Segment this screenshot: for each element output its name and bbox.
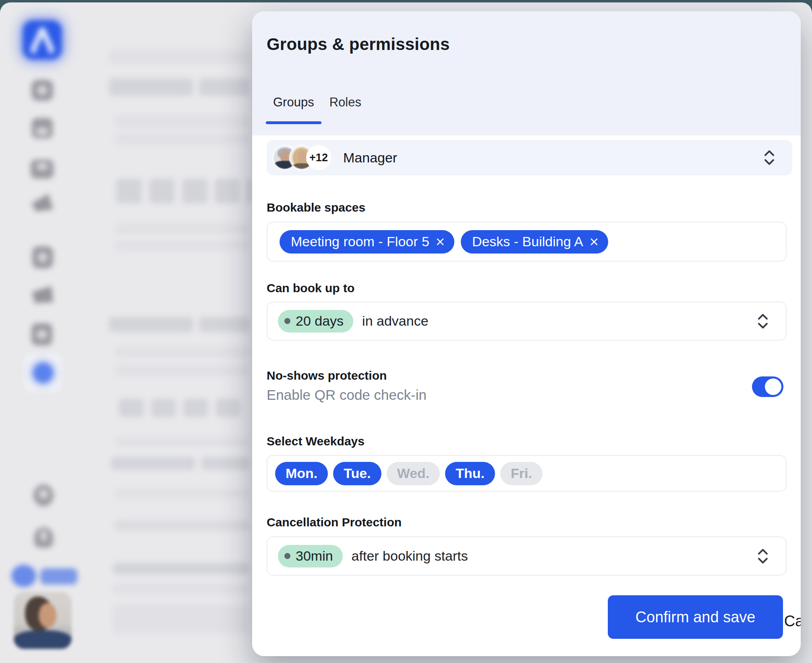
skeleton-bar xyxy=(113,563,250,575)
tabs: Groups Roles xyxy=(266,90,369,124)
no-shows-label: No-shows protection xyxy=(267,369,387,382)
space-chip[interactable]: Meeting room - Floor 5 xyxy=(280,230,454,254)
tab-roles[interactable]: Roles xyxy=(322,90,369,124)
skeleton-bar xyxy=(201,457,250,470)
skeleton-bar xyxy=(115,489,250,498)
active-dot-icon xyxy=(33,363,53,383)
remove-chip-icon[interactable] xyxy=(436,237,445,246)
can-book-label: Can book up to xyxy=(267,281,354,295)
skeleton-tile xyxy=(116,179,142,204)
weekdays-field: Mon. Tue. Wed. Thu. Fri. xyxy=(267,455,787,492)
qr-checkin-toggle[interactable] xyxy=(752,376,783,397)
day-pill-thu[interactable]: Thu. xyxy=(445,462,495,485)
cancellation-select[interactable]: 30min after booking starts xyxy=(267,536,787,576)
logo-a-icon xyxy=(23,20,62,60)
cancellation-suffix: after booking starts xyxy=(352,548,468,564)
skeleton-tile xyxy=(119,399,144,417)
chevron-updown-icon xyxy=(756,312,770,330)
skeleton-bar xyxy=(109,78,193,96)
can-book-select[interactable]: 20 days in advance xyxy=(267,301,787,341)
duration-badge: 30min xyxy=(278,545,343,567)
space-chip[interactable]: Desks - Building A xyxy=(461,230,608,254)
can-book-suffix: in advance xyxy=(362,313,428,329)
share-icon[interactable] xyxy=(31,193,54,213)
duration-badge: 20 days xyxy=(278,310,353,333)
chevron-updown-icon xyxy=(762,149,776,166)
extra-members-badge: +12 xyxy=(306,145,331,170)
skeleton-block xyxy=(113,605,250,633)
app-logo[interactable] xyxy=(23,20,62,60)
skeleton-bar xyxy=(199,317,250,332)
skeleton-tile xyxy=(182,179,208,204)
skeleton-bar xyxy=(111,457,195,470)
headset-icon[interactable] xyxy=(34,527,53,548)
cancellation-label: Cancellation Protection xyxy=(267,515,402,529)
shield-icon[interactable] xyxy=(32,246,53,268)
duration-badge-label: 30min xyxy=(296,548,333,564)
skeleton-bar xyxy=(199,78,250,96)
space-chip-label: Meeting room - Floor 5 xyxy=(291,234,429,249)
tab-groups[interactable]: Groups xyxy=(266,90,321,124)
qr-checkin-text: Enable QR code check-in xyxy=(267,387,427,403)
bell-icon[interactable] xyxy=(33,484,54,506)
skeleton-bar xyxy=(109,317,193,332)
skeleton-tile xyxy=(214,179,240,204)
gear-icon[interactable] xyxy=(31,80,53,101)
group-select[interactable]: +12 Manager xyxy=(267,140,792,175)
skeleton-bar xyxy=(115,241,250,250)
groups-permissions-modal: Groups & permissions Groups Roles +12 Ma… xyxy=(252,11,801,656)
dot-icon xyxy=(284,318,290,324)
dot-icon xyxy=(284,553,290,559)
apps-launcher-icon[interactable] xyxy=(11,565,36,587)
skeleton-tile xyxy=(149,179,175,204)
skeleton-tile xyxy=(246,179,252,204)
day-pill-fri[interactable]: Fri. xyxy=(500,462,543,485)
modal-title: Groups & permissions xyxy=(267,35,450,54)
skeleton-bar xyxy=(115,347,250,357)
skeleton-tile xyxy=(151,399,176,417)
skeleton-bar xyxy=(109,50,250,64)
skeleton-bar xyxy=(115,224,250,234)
modules-icon[interactable] xyxy=(32,118,53,138)
skeleton-bar xyxy=(115,365,250,376)
skeleton-bar xyxy=(115,520,250,531)
skeleton-tile xyxy=(215,399,240,417)
skeleton-tile xyxy=(183,399,208,417)
screen: Groups & permissions Groups Roles +12 Ma… xyxy=(0,0,812,663)
bookable-spaces-label: Bookable spaces xyxy=(267,201,365,214)
device-icon[interactable] xyxy=(31,323,52,345)
remove-chip-icon[interactable] xyxy=(590,237,599,246)
duration-badge-label: 20 days xyxy=(296,313,344,329)
skeleton-bar xyxy=(113,584,250,594)
avatar-face xyxy=(39,603,56,628)
avatar-body xyxy=(14,630,72,649)
skeleton-bar xyxy=(115,133,250,145)
group-select-value: Manager xyxy=(343,150,397,166)
user-avatar[interactable] xyxy=(14,592,72,649)
day-pill-mon[interactable]: Mon. xyxy=(275,462,328,485)
skeleton-bar xyxy=(115,115,250,127)
chevron-updown-icon xyxy=(756,547,770,565)
day-pill-tue[interactable]: Tue. xyxy=(333,462,381,485)
megaphone-icon[interactable] xyxy=(31,285,54,306)
apps-launcher-label[interactable] xyxy=(40,568,77,584)
team-icon[interactable] xyxy=(31,160,54,179)
space-chip-label: Desks - Building A xyxy=(472,234,583,249)
weekdays-label: Select Weekdays xyxy=(267,434,365,448)
toggle-knob xyxy=(765,378,781,395)
sidebar-item-active[interactable] xyxy=(24,354,62,392)
skeleton-bar xyxy=(115,438,250,446)
bookable-spaces-field[interactable]: Meeting room - Floor 5 Desks - Building … xyxy=(267,222,787,262)
confirm-save-button[interactable]: Confirm and save xyxy=(608,595,783,639)
day-pill-wed[interactable]: Wed. xyxy=(387,462,440,485)
